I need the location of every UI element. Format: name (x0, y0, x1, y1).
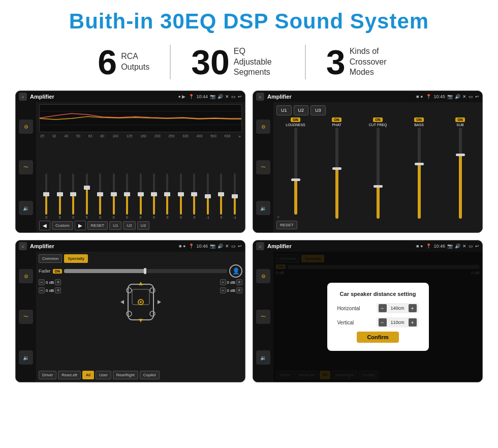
fader-db-row-1: − 0 dB + (39, 279, 61, 285)
fader-plus-btn-2[interactable]: + (55, 287, 61, 293)
vertical-plus-btn[interactable]: + (409, 318, 417, 326)
eq-wave-btn[interactable]: 〜 (19, 160, 33, 174)
crossover-home-icon[interactable]: ⌂ (256, 93, 264, 101)
tab-common[interactable]: Common (39, 254, 62, 263)
eq-sliders-row: 0 0 (39, 141, 242, 219)
phat-label: PHAT (332, 123, 341, 127)
fader-minus-btn-1[interactable]: − (39, 279, 45, 285)
fader-time: 10:46 (196, 244, 208, 249)
fader-rect-icon: ▭ (231, 244, 236, 249)
crossover-wave-btn[interactable]: 〜 (256, 160, 270, 174)
eq-sidebar: ⚙ 〜 🔉 (16, 102, 36, 232)
crossover-camera-icon: 📷 (447, 94, 453, 99)
fader-screen-title: Amplifier (30, 243, 176, 249)
eq-slider-9: 0 (161, 173, 173, 219)
rearleft-btn[interactable]: RearLeft (58, 371, 81, 379)
horizontal-plus-btn[interactable]: + (409, 304, 417, 312)
svg-marker-13 (120, 300, 124, 304)
eq-slider-7: 0 (134, 173, 146, 219)
fader-minus-btn-2[interactable]: − (39, 287, 45, 293)
eq-speaker-btn[interactable]: 🔉 (19, 201, 33, 215)
crossover-back-icon[interactable]: ↩ (475, 94, 479, 99)
eq-prev-btn[interactable]: ◀ (39, 221, 50, 230)
stat-rca-number: 6 (98, 45, 117, 79)
dist-speaker-btn[interactable]: 🔉 (256, 350, 270, 365)
dialog-vertical-label: Vertical (337, 320, 374, 325)
dist-sidebar: ⚙ 〜 🔉 (253, 252, 273, 382)
eq-u3-btn[interactable]: U3 (137, 221, 149, 230)
dist-main-area: Common Specialty ON 0 dB (273, 252, 482, 382)
eq-preset-label: Custom (52, 221, 73, 230)
tab-specialty[interactable]: Specialty (64, 254, 87, 263)
dialog-overlay: Car speaker distance setting Horizontal … (273, 252, 482, 382)
eq-back-icon[interactable]: ↩ (238, 94, 242, 99)
fader-plus-btn-3[interactable]: + (236, 279, 242, 285)
crossover-speaker-btn[interactable]: 🔉 (256, 201, 270, 215)
bass-slider[interactable] (418, 128, 421, 219)
fader-wave-btn[interactable]: 〜 (19, 310, 33, 324)
loudness-slider[interactable] (294, 128, 297, 215)
fader-speaker-btn[interactable]: 🔉 (19, 350, 33, 365)
phat-slider[interactable] (335, 128, 338, 219)
crossover-u1-btn[interactable]: U1 (276, 105, 292, 115)
eq-slider-4: 0 (94, 173, 106, 219)
crossover-u3-btn[interactable]: U3 (310, 105, 326, 115)
svg-marker-14 (158, 300, 161, 304)
eq-slider-11: 0 (188, 173, 200, 219)
fader-back-icon[interactable]: ↩ (238, 244, 242, 249)
fader-camera-icon: 📷 (210, 244, 215, 249)
fader-plus-btn-4[interactable]: + (236, 287, 242, 293)
eq-body: ⚙ 〜 🔉 (16, 102, 245, 232)
crossover-screen-title: Amplifier (267, 94, 413, 100)
svg-marker-12 (139, 319, 143, 322)
fader-db-val-2: 0 dB (46, 288, 54, 293)
copilot-btn[interactable]: Copilot (140, 371, 160, 379)
home-icon[interactable]: ⌂ (19, 93, 27, 101)
loudness-label: LOUDNESS (286, 123, 305, 127)
eq-filter-btn[interactable]: ⚙ (19, 120, 33, 134)
crossover-u2-btn[interactable]: U2 (294, 105, 309, 115)
fader-minus-btn-3[interactable]: − (220, 279, 226, 285)
eq-next-btn[interactable]: ▶ (75, 221, 86, 230)
vertical-minus-btn[interactable]: − (379, 318, 387, 326)
sub-on-badge: ON (455, 117, 465, 122)
driver-btn[interactable]: Driver (39, 371, 56, 379)
fader-filter-btn[interactable]: ⚙ (19, 269, 33, 283)
loudness-on-badge: ON (291, 117, 300, 122)
eq-u2-btn[interactable]: U2 (123, 221, 135, 230)
rearright-btn[interactable]: RearRight (113, 371, 138, 379)
fader-slider-h[interactable] (64, 269, 227, 273)
fader-tabs-row: Common Specialty (39, 254, 242, 263)
all-btn[interactable]: All (82, 371, 94, 379)
cutfreq-label: CUT FREQ (369, 123, 387, 127)
dist-home-icon[interactable]: ⌂ (256, 242, 264, 250)
camera-icon: 📷 (210, 94, 215, 99)
page-title: Buith-in 30EQ DSP Sound System (15, 9, 483, 34)
eq-slider-2: 0 (67, 173, 79, 219)
dist-wave-btn[interactable]: 〜 (256, 310, 270, 324)
svg-marker-11 (139, 282, 143, 285)
horizontal-minus-btn[interactable]: − (379, 304, 387, 312)
user-btn[interactable]: User (96, 371, 111, 379)
fader-minus-btn-4[interactable]: − (220, 287, 226, 293)
fader-plus-btn-1[interactable]: + (55, 279, 61, 285)
sub-slider[interactable] (459, 128, 462, 219)
fader-status-bar: ⌂ Amplifier ■ ● 📍 10:46 📷 🔊 ✕ ▭ ↩ (16, 241, 245, 252)
eq-screen-title: Amplifier (30, 94, 175, 100)
cutfreq-slider[interactable] (377, 128, 380, 219)
dist-time: 10:46 (433, 244, 445, 249)
crossover-status-right: 📍 10:45 📷 🔊 ✕ ▭ ↩ (426, 94, 479, 99)
crossover-filter-btn[interactable]: ⚙ (256, 120, 270, 134)
fader-screen-card: ⌂ Amplifier ■ ● 📍 10:46 📷 🔊 ✕ ▭ ↩ ⚙ 〜 🔉 (15, 240, 245, 382)
eq-u1-btn[interactable]: U1 (109, 221, 121, 230)
dist-status-bar: ⌂ Amplifier ■ ● 📍 10:46 📷 🔊 ✕ ▭ ↩ (253, 241, 482, 252)
fader-home-icon[interactable]: ⌂ (19, 242, 27, 250)
crossover-reset-btn[interactable]: RESET (276, 221, 297, 229)
confirm-button[interactable]: Confirm (357, 332, 398, 343)
eq-reset-btn[interactable]: RESET (87, 221, 108, 230)
svg-point-10 (150, 311, 155, 316)
dist-filter-btn[interactable]: ⚙ (256, 269, 270, 283)
dist-back-icon[interactable]: ↩ (475, 244, 479, 249)
svg-point-9 (127, 311, 132, 316)
fader-main-area: Common Specialty Fader ON 👤 (36, 252, 245, 382)
